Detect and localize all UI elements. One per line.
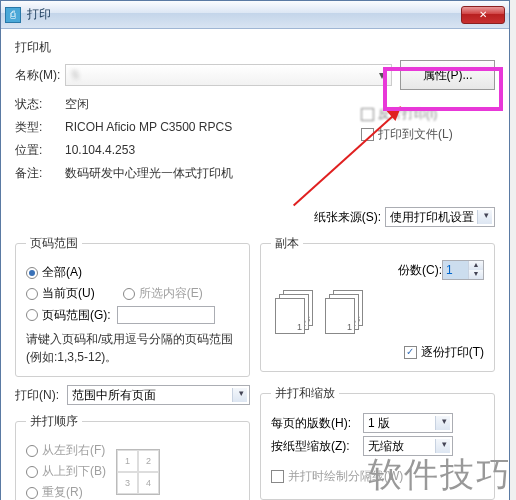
range-selection-radio <box>123 288 135 300</box>
order-tb-radio <box>26 466 38 478</box>
scale-by-label: 按纸型缩放(Z): <box>271 438 363 455</box>
draw-line-label: 并打时绘制分隔线(W) <box>288 468 403 485</box>
order-legend: 并打顺序 <box>26 413 82 430</box>
per-sheet-combo[interactable]: 1 版 <box>363 413 453 433</box>
copies-spinner[interactable]: 1 ▲▼ <box>442 260 484 280</box>
print-dialog: ⎙ 打印 ✕ 打印机 名称(M): \\ 属性(P)... 反片打印(I) 打印… <box>0 0 510 500</box>
status-value: 空闲 <box>65 96 89 113</box>
type-label: 类型: <box>15 119 65 136</box>
paper-source-combo[interactable]: 使用打印机设置 <box>385 207 495 227</box>
range-all-radio[interactable] <box>26 267 38 279</box>
range-pages-radio[interactable] <box>26 309 38 321</box>
app-icon: ⎙ <box>5 7 21 23</box>
copies-legend: 副本 <box>271 235 303 252</box>
order-tb-label: 从上到下(B) <box>42 463 106 480</box>
reverse-label: 反片打印(I) <box>378 106 437 123</box>
printer-name-combo[interactable]: \\ <box>65 64 392 86</box>
spin-up[interactable]: ▲ <box>468 261 483 270</box>
range-pages-label: 页码范围(G): <box>42 307 111 324</box>
order-lr-radio <box>26 445 38 457</box>
print-what-label: 打印(N): <box>15 387 67 404</box>
titlebar: ⎙ 打印 ✕ <box>1 1 509 29</box>
order-repeat-label: 重复(R) <box>42 484 83 500</box>
range-selection-label: 所选内容(E) <box>139 285 203 302</box>
page-range-legend: 页码范围 <box>26 235 82 252</box>
where-value: 10.104.4.253 <box>65 143 135 157</box>
paper-source-label: 纸张来源(S): <box>314 209 381 226</box>
scale-by-combo[interactable]: 无缩放 <box>363 436 453 456</box>
order-preview-icon: 1234 <box>116 449 160 495</box>
range-pages-input[interactable] <box>117 306 215 324</box>
print-to-file-label: 打印到文件(L) <box>378 126 453 143</box>
window-title: 打印 <box>27 6 461 23</box>
status-label: 状态: <box>15 96 65 113</box>
comment-label: 备注: <box>15 165 65 182</box>
order-lr-label: 从左到右(F) <box>42 442 105 459</box>
copies-value: 1 <box>443 261 468 279</box>
print-what-combo[interactable]: 范围中所有页面 <box>67 385 250 405</box>
printer-section-label: 打印机 <box>15 39 495 56</box>
close-button[interactable]: ✕ <box>461 6 505 24</box>
order-repeat-radio <box>26 487 38 499</box>
scale-group: 并打和缩放 每页的版数(H):1 版 按纸型缩放(Z):无缩放 并打时绘制分隔线… <box>260 385 495 500</box>
where-label: 位置: <box>15 142 65 159</box>
page-range-group: 页码范围 全部(A) 当前页(U) 所选内容(E) 页码范围(G): 请键入页码… <box>15 235 250 377</box>
copies-group: 副本 份数(C): 1 ▲▼ 321 321 逐份打印(T) <box>260 235 495 372</box>
comment-value: 数码研发中心理光一体式打印机 <box>65 165 233 182</box>
copies-count-label: 份数(C): <box>398 262 442 279</box>
scale-legend: 并打和缩放 <box>271 385 339 402</box>
collate-checkbox[interactable] <box>404 346 417 359</box>
range-current-radio[interactable] <box>26 288 38 300</box>
spin-down[interactable]: ▼ <box>468 270 483 279</box>
collate-label: 逐份打印(T) <box>421 344 484 361</box>
print-to-file-checkbox[interactable] <box>361 128 374 141</box>
per-sheet-label: 每页的版数(H): <box>271 415 363 432</box>
range-all-label: 全部(A) <box>42 264 82 281</box>
printer-options-right: 反片打印(I) 打印到文件(L) <box>361 103 491 146</box>
type-value: RICOH Aficio MP C3500 RPCS <box>65 120 232 134</box>
name-label: 名称(M): <box>15 67 65 84</box>
draw-line-checkbox <box>271 470 284 483</box>
collate-preview: 321 321 <box>271 286 484 340</box>
range-current-label: 当前页(U) <box>42 285 95 302</box>
reverse-checkbox[interactable] <box>361 108 374 121</box>
order-group: 并打顺序 从左到右(F) 从上到下(B) 重复(R) 1234 <box>15 413 250 500</box>
properties-button[interactable]: 属性(P)... <box>400 60 495 90</box>
range-hint: 请键入页码和/或用逗号分隔的页码范围(例如:1,3,5-12)。 <box>26 330 239 366</box>
